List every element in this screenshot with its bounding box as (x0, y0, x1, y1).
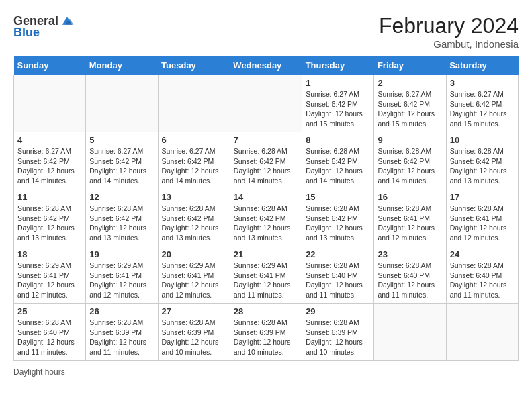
calendar-day-cell (14, 75, 86, 132)
day-info: Sunrise: 6:28 AM Sunset: 6:41 PM Dayligh… (450, 203, 515, 243)
day-info: Sunrise: 6:28 AM Sunset: 6:42 PM Dayligh… (378, 146, 442, 186)
day-info: Sunrise: 6:28 AM Sunset: 6:42 PM Dayligh… (306, 146, 370, 186)
day-info: Sunrise: 6:28 AM Sunset: 6:42 PM Dayligh… (17, 203, 82, 243)
footer: Daylight hours (13, 367, 519, 377)
day-info: Sunrise: 6:28 AM Sunset: 6:40 PM Dayligh… (378, 261, 442, 300)
day-info: Sunrise: 6:28 AM Sunset: 6:39 PM Dayligh… (89, 318, 154, 357)
calendar-day-cell: 6Sunrise: 6:27 AM Sunset: 6:42 PM Daylig… (158, 132, 230, 189)
day-number: 1 (306, 78, 370, 88)
day-info: Sunrise: 6:28 AM Sunset: 6:42 PM Dayligh… (306, 203, 370, 243)
day-info: Sunrise: 6:28 AM Sunset: 6:41 PM Dayligh… (378, 203, 442, 243)
calendar-day-cell: 7Sunrise: 6:28 AM Sunset: 6:42 PM Daylig… (230, 132, 302, 189)
calendar-day-cell: 21Sunrise: 6:29 AM Sunset: 6:41 PM Dayli… (230, 246, 302, 304)
day-number: 19 (89, 249, 154, 259)
calendar-day-cell (446, 304, 518, 361)
calendar-day-cell: 29Sunrise: 6:28 AM Sunset: 6:39 PM Dayli… (302, 304, 374, 361)
daylight-label: Daylight hours (13, 367, 65, 377)
logo-icon (60, 13, 75, 28)
calendar-day-cell: 3Sunrise: 6:27 AM Sunset: 6:42 PM Daylig… (446, 75, 518, 132)
day-info: Sunrise: 6:29 AM Sunset: 6:41 PM Dayligh… (17, 261, 82, 300)
day-number: 25 (17, 306, 82, 316)
day-number: 8 (306, 135, 370, 145)
day-info: Sunrise: 6:28 AM Sunset: 6:40 PM Dayligh… (450, 261, 515, 300)
calendar-day-cell: 16Sunrise: 6:28 AM Sunset: 6:41 PM Dayli… (374, 189, 446, 246)
day-info: Sunrise: 6:27 AM Sunset: 6:42 PM Dayligh… (89, 146, 154, 186)
calendar-day-cell: 28Sunrise: 6:28 AM Sunset: 6:39 PM Dayli… (230, 304, 302, 361)
logo: General Blue (13, 13, 75, 40)
calendar-day-cell: 10Sunrise: 6:28 AM Sunset: 6:42 PM Dayli… (446, 132, 518, 189)
calendar-day-cell: 27Sunrise: 6:28 AM Sunset: 6:39 PM Dayli… (158, 304, 230, 361)
day-info: Sunrise: 6:27 AM Sunset: 6:42 PM Dayligh… (306, 89, 370, 129)
day-number: 22 (306, 249, 370, 259)
day-number: 27 (162, 306, 226, 316)
day-number: 2 (378, 78, 442, 88)
calendar-table: SundayMondayTuesdayWednesdayThursdayFrid… (13, 56, 519, 361)
day-number: 6 (162, 135, 226, 145)
day-number: 16 (378, 192, 442, 202)
calendar-day-cell: 13Sunrise: 6:28 AM Sunset: 6:42 PM Dayli… (158, 189, 230, 246)
calendar-day-cell (158, 75, 230, 132)
day-info: Sunrise: 6:28 AM Sunset: 6:39 PM Dayligh… (162, 318, 226, 357)
col-header-sunday: Sunday (14, 56, 86, 75)
calendar-day-cell: 2Sunrise: 6:27 AM Sunset: 6:42 PM Daylig… (374, 75, 446, 132)
calendar-day-cell: 12Sunrise: 6:28 AM Sunset: 6:42 PM Dayli… (86, 189, 158, 246)
day-info: Sunrise: 6:27 AM Sunset: 6:42 PM Dayligh… (450, 89, 515, 129)
day-number: 24 (450, 249, 515, 259)
calendar-day-cell: 1Sunrise: 6:27 AM Sunset: 6:42 PM Daylig… (302, 75, 374, 132)
calendar-day-cell (230, 75, 302, 132)
calendar-day-cell: 8Sunrise: 6:28 AM Sunset: 6:42 PM Daylig… (302, 132, 374, 189)
day-info: Sunrise: 6:28 AM Sunset: 6:39 PM Dayligh… (234, 318, 298, 357)
day-number: 12 (89, 192, 154, 202)
logo-blue: Blue (13, 26, 40, 40)
day-info: Sunrise: 6:29 AM Sunset: 6:41 PM Dayligh… (162, 261, 226, 300)
day-info: Sunrise: 6:28 AM Sunset: 6:42 PM Dayligh… (89, 203, 154, 243)
calendar-day-cell: 23Sunrise: 6:28 AM Sunset: 6:40 PM Dayli… (374, 246, 446, 304)
day-number: 15 (306, 192, 370, 202)
day-number: 7 (234, 135, 298, 145)
col-header-wednesday: Wednesday (230, 56, 302, 75)
day-number: 18 (17, 249, 82, 259)
calendar-day-cell: 22Sunrise: 6:28 AM Sunset: 6:40 PM Dayli… (302, 246, 374, 304)
day-number: 9 (378, 135, 442, 145)
calendar-day-cell: 17Sunrise: 6:28 AM Sunset: 6:41 PM Dayli… (446, 189, 518, 246)
day-number: 20 (162, 249, 226, 259)
page-header: General Blue February 2024 Gambut, Indon… (13, 13, 519, 50)
calendar-day-cell: 11Sunrise: 6:28 AM Sunset: 6:42 PM Dayli… (14, 189, 86, 246)
calendar-day-cell (374, 304, 446, 361)
calendar-day-cell (86, 75, 158, 132)
day-number: 21 (234, 249, 298, 259)
title-block: February 2024 Gambut, Indonesia (379, 13, 519, 50)
col-header-saturday: Saturday (446, 56, 518, 75)
day-number: 10 (450, 135, 515, 145)
calendar-day-cell: 15Sunrise: 6:28 AM Sunset: 6:42 PM Dayli… (302, 189, 374, 246)
calendar-day-cell: 20Sunrise: 6:29 AM Sunset: 6:41 PM Dayli… (158, 246, 230, 304)
calendar-day-cell: 5Sunrise: 6:27 AM Sunset: 6:42 PM Daylig… (86, 132, 158, 189)
day-info: Sunrise: 6:29 AM Sunset: 6:41 PM Dayligh… (89, 261, 154, 300)
calendar-header-row: SundayMondayTuesdayWednesdayThursdayFrid… (14, 56, 519, 75)
day-number: 13 (162, 192, 226, 202)
col-header-friday: Friday (374, 56, 446, 75)
calendar-day-cell: 24Sunrise: 6:28 AM Sunset: 6:40 PM Dayli… (446, 246, 518, 304)
day-info: Sunrise: 6:27 AM Sunset: 6:42 PM Dayligh… (162, 146, 226, 186)
col-header-thursday: Thursday (302, 56, 374, 75)
day-number: 11 (17, 192, 82, 202)
day-number: 28 (234, 306, 298, 316)
day-number: 14 (234, 192, 298, 202)
day-info: Sunrise: 6:28 AM Sunset: 6:40 PM Dayligh… (17, 318, 82, 357)
day-info: Sunrise: 6:28 AM Sunset: 6:39 PM Dayligh… (306, 318, 370, 357)
day-info: Sunrise: 6:27 AM Sunset: 6:42 PM Dayligh… (17, 146, 82, 186)
day-info: Sunrise: 6:29 AM Sunset: 6:41 PM Dayligh… (234, 261, 298, 300)
calendar-week-row: 4Sunrise: 6:27 AM Sunset: 6:42 PM Daylig… (14, 132, 519, 189)
day-info: Sunrise: 6:28 AM Sunset: 6:42 PM Dayligh… (162, 203, 226, 243)
calendar-day-cell: 4Sunrise: 6:27 AM Sunset: 6:42 PM Daylig… (14, 132, 86, 189)
day-info: Sunrise: 6:28 AM Sunset: 6:42 PM Dayligh… (450, 146, 515, 186)
day-info: Sunrise: 6:27 AM Sunset: 6:42 PM Dayligh… (378, 89, 442, 129)
col-header-monday: Monday (86, 56, 158, 75)
calendar-day-cell: 18Sunrise: 6:29 AM Sunset: 6:41 PM Dayli… (14, 246, 86, 304)
day-number: 26 (89, 306, 154, 316)
day-number: 17 (450, 192, 515, 202)
calendar-day-cell: 9Sunrise: 6:28 AM Sunset: 6:42 PM Daylig… (374, 132, 446, 189)
calendar-week-row: 18Sunrise: 6:29 AM Sunset: 6:41 PM Dayli… (14, 246, 519, 304)
day-info: Sunrise: 6:28 AM Sunset: 6:42 PM Dayligh… (234, 203, 298, 243)
day-number: 23 (378, 249, 442, 259)
